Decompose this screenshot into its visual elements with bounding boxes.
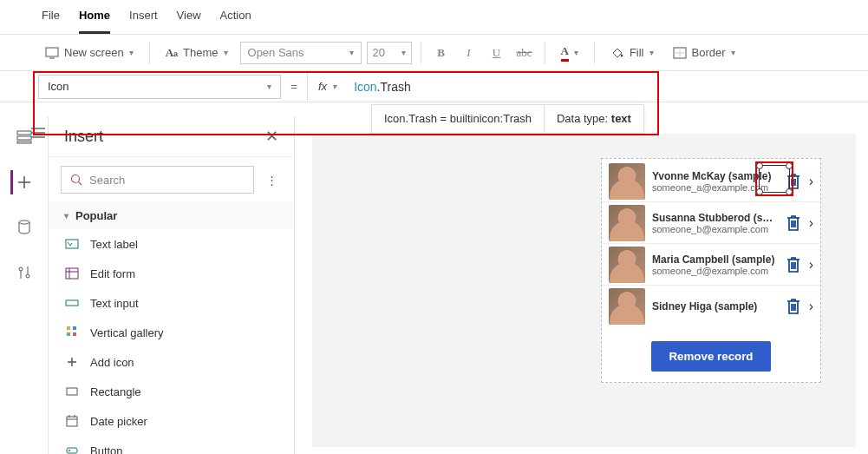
italic-button[interactable]: I [458, 42, 480, 64]
card-email: someone_d@example.com [652, 266, 778, 276]
fx-button[interactable]: fx▾ [307, 71, 347, 102]
insert-item[interactable]: Text label [49, 229, 294, 259]
insert-item[interactable]: Vertical gallery [49, 318, 294, 347]
card-text: Susanna Stubberod (sample)someone_b@exam… [652, 212, 778, 234]
trash-icon[interactable] [785, 255, 802, 274]
item-icon [64, 443, 80, 454]
chevron-right-icon[interactable]: › [809, 299, 813, 314]
card-name: Maria Campbell (sample) [652, 253, 778, 266]
font-family-value: Open Sans [248, 46, 304, 59]
theme-button[interactable]: Aa Theme ▾ [159, 43, 235, 63]
card-email: someone_b@example.com [652, 224, 778, 234]
chevron-right-icon[interactable]: › [809, 257, 813, 273]
svg-point-19 [72, 175, 80, 183]
panel-title: Insert [64, 128, 103, 146]
item-label: Button [90, 444, 123, 455]
insert-item[interactable]: Text input [49, 288, 294, 318]
insert-item[interactable]: Edit form [49, 259, 294, 288]
remove-record-button[interactable]: Remove record [651, 341, 770, 372]
item-label: Text label [90, 238, 138, 251]
gallery-card[interactable]: Maria Campbell (sample)someone_d@example… [602, 244, 820, 286]
svg-rect-30 [73, 332, 76, 336]
formula-input[interactable]: Icon.Trash [347, 80, 411, 94]
new-screen-label: New screen [64, 46, 124, 59]
tab-insert[interactable]: Insert [129, 9, 158, 34]
left-rail [0, 116, 49, 454]
rail-tools[interactable] [12, 260, 36, 285]
gallery-card[interactable]: Sidney Higa (sample)› [602, 286, 820, 327]
svg-point-39 [69, 450, 70, 451]
font-color-button[interactable]: A ▾ [554, 41, 585, 65]
item-icon [64, 236, 80, 252]
item-icon [64, 295, 80, 311]
rail-insert[interactable] [10, 170, 35, 194]
trash-icon[interactable] [785, 297, 802, 316]
avatar [609, 163, 645, 200]
fill-label: Fill [630, 46, 644, 59]
insert-item[interactable]: Add icon [49, 347, 294, 377]
item-label: Text input [90, 297, 139, 310]
svg-point-2 [620, 54, 623, 56]
tab-home[interactable]: Home [79, 9, 110, 34]
svg-rect-9 [17, 131, 31, 135]
border-button[interactable]: Border ▾ [666, 43, 742, 63]
svg-rect-10 [17, 136, 31, 140]
chevron-down-icon: ▾ [349, 48, 354, 57]
chevron-right-icon[interactable]: › [809, 174, 813, 189]
category-popular[interactable]: ▾ Popular [49, 202, 294, 229]
paint-bucket-icon [610, 47, 624, 59]
svg-point-17 [26, 274, 29, 278]
font-size-select[interactable]: 20 ▾ [367, 42, 412, 64]
formula-bar: Icon ▾ = fx▾ Icon.Trash [0, 71, 868, 102]
svg-rect-21 [66, 240, 78, 248]
svg-rect-0 [46, 48, 58, 56]
item-icon [64, 384, 80, 399]
fill-button[interactable]: Fill ▾ [604, 43, 661, 63]
chevron-right-icon[interactable]: › [809, 215, 813, 231]
new-screen-button[interactable]: New screen ▾ [38, 43, 140, 63]
search-placeholder: Search [89, 174, 125, 187]
item-icon [64, 354, 80, 370]
search-input[interactable]: Search [61, 166, 254, 194]
tab-file[interactable]: File [42, 9, 60, 34]
chevron-down-icon: ▾ [267, 82, 271, 91]
bold-button[interactable]: B [430, 42, 453, 64]
item-label: Rectangle [90, 385, 141, 398]
chevron-down-icon: ▾ [224, 48, 228, 57]
svg-rect-25 [66, 300, 78, 306]
more-options-button[interactable]: ⋮ [261, 174, 282, 187]
gallery-card[interactable]: Susanna Stubberod (sample)someone_b@exam… [602, 202, 820, 244]
svg-rect-27 [67, 326, 70, 330]
insert-item[interactable]: Date picker [49, 406, 294, 436]
close-icon[interactable]: ✕ [265, 127, 278, 146]
underline-button[interactable]: U [486, 42, 508, 64]
selection-handles[interactable] [759, 165, 790, 193]
chevron-down-icon: ▾ [332, 82, 336, 91]
svg-line-20 [79, 182, 82, 186]
tab-view[interactable]: View [177, 9, 201, 34]
chevron-down-icon: ▾ [649, 48, 654, 57]
svg-rect-22 [66, 268, 78, 279]
trash-icon[interactable] [785, 214, 802, 233]
property-value: Icon [48, 80, 69, 93]
insert-item[interactable]: Rectangle [49, 377, 294, 406]
rail-data[interactable] [12, 215, 36, 240]
equals-sign: = [281, 80, 307, 93]
svg-rect-28 [73, 326, 76, 330]
chevron-down-icon: ▾ [401, 48, 406, 57]
border-icon [673, 47, 687, 59]
font-size-value: 20 [373, 46, 385, 59]
item-icon [64, 413, 80, 429]
svg-point-14 [19, 220, 29, 224]
avatar [609, 247, 645, 283]
strikethrough-button[interactable]: abc [513, 42, 536, 64]
card-text: Sidney Higa (sample) [652, 300, 778, 313]
item-label: Edit form [90, 267, 135, 280]
menu-tabs: File Home Insert View Action [0, 0, 868, 35]
avatar [609, 288, 645, 325]
tab-action[interactable]: Action [220, 9, 251, 34]
property-select[interactable]: Icon ▾ [38, 75, 281, 99]
hamburger-icon[interactable] [31, 127, 45, 139]
insert-item[interactable]: Button [49, 436, 294, 454]
font-family-select[interactable]: Open Sans ▾ [240, 42, 362, 64]
